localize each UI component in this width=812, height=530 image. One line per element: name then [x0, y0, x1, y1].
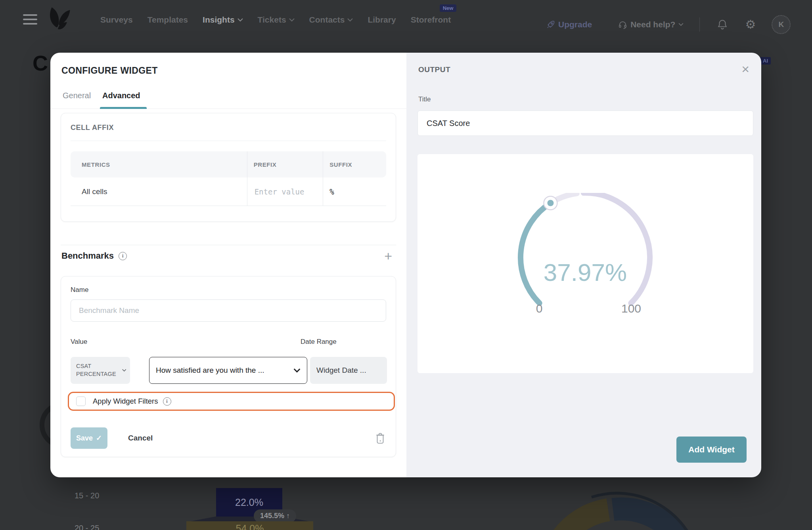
gauge-progress-arc: [521, 203, 551, 303]
gauge-buffer-arc: [557, 193, 577, 199]
widget-title-input[interactable]: [417, 111, 753, 136]
new-badge: New: [440, 4, 457, 12]
prefix-input[interactable]: [254, 187, 316, 196]
divider: [61, 245, 396, 245]
value-daterange-labels: Value Date Range: [71, 338, 387, 346]
gauge-value: 37.97%: [544, 259, 627, 286]
benchmark-actions: Save ✓ Cancel: [71, 427, 387, 449]
background-donut-chart: [527, 490, 714, 530]
top-navigation: Surveys Templates Insights Tickets Conta…: [0, 0, 812, 36]
benchmarks-title: Benchmarks: [61, 251, 114, 261]
nav-item-templates[interactable]: Templates: [147, 15, 188, 25]
chevron-down-icon: [122, 369, 126, 372]
headset-icon: [618, 20, 627, 29]
table-header-row: METRICS PREFIX SUFFIX: [71, 151, 386, 177]
output-heading: OUTPUT: [418, 65, 450, 74]
apply-widget-filters-row[interactable]: Apply Widget Filters i: [68, 392, 395, 411]
chevron-down-icon: [293, 368, 301, 373]
nav-item-surveys[interactable]: Surveys: [100, 15, 133, 25]
table-row: All cells %: [71, 177, 386, 206]
benchmark-card: Name Value Date Range CSAT PERCENTAGE Ho…: [61, 276, 396, 457]
output-pane: OUTPUT × Title 37.97% 0 100: [406, 53, 761, 477]
gauge-chart: 37.97% 0 100: [498, 193, 672, 325]
upgrade-button[interactable]: Upgrade: [546, 20, 592, 29]
suffix-value[interactable]: %: [323, 187, 386, 196]
nav-item-tickets[interactable]: Tickets: [258, 15, 295, 25]
nav-items: Surveys Templates Insights Tickets Conta…: [100, 15, 451, 25]
title-label: Title: [418, 95, 431, 103]
delete-benchmark-trash-icon[interactable]: [375, 432, 385, 444]
save-button[interactable]: Save ✓: [71, 427, 107, 449]
need-help-button[interactable]: Need help?: [618, 20, 684, 29]
metric-dropdown[interactable]: CSAT PERCENTAGE: [71, 357, 130, 384]
gauge-max-label: 100: [621, 302, 641, 315]
hamburger-menu-icon[interactable]: [23, 14, 37, 25]
ai-badge: AI: [760, 57, 771, 65]
gauge-chart-card: 37.97% 0 100: [417, 154, 753, 373]
nav-item-library[interactable]: Library: [368, 15, 396, 25]
nav-item-storefront[interactable]: New Storefront: [411, 15, 451, 25]
tab-bar: General Advanced: [50, 90, 406, 109]
funnel-bar-2: 54.0%: [186, 521, 313, 530]
tab-advanced[interactable]: Advanced: [102, 91, 140, 100]
nav-right-cluster: Upgrade Need help? ⚙ K: [546, 15, 791, 34]
nav-item-contacts[interactable]: Contacts: [309, 15, 353, 25]
benchmark-value-row: CSAT PERCENTAGE How satisfied are you wi…: [71, 357, 387, 384]
add-widget-button[interactable]: Add Widget: [676, 437, 747, 463]
brand-logo-leaf-icon[interactable]: [45, 5, 71, 32]
add-benchmark-button[interactable]: +: [384, 249, 392, 263]
cancel-button[interactable]: Cancel: [128, 434, 153, 442]
divider: [71, 141, 386, 141]
metrics-cell: All cells: [71, 187, 247, 196]
avatar[interactable]: K: [772, 15, 791, 34]
benchmark-name-input[interactable]: [71, 299, 386, 322]
check-icon: ✓: [96, 434, 102, 442]
date-range-dropdown[interactable]: Widget Date ...: [310, 357, 387, 384]
name-label: Name: [71, 286, 386, 294]
gauge-min-label: 0: [536, 302, 543, 315]
nav-divider: [699, 17, 700, 32]
nav-item-insights[interactable]: Insights: [203, 15, 243, 25]
question-dropdown[interactable]: How satisfied are you with the ...: [149, 357, 307, 384]
chevron-down-icon: [678, 23, 684, 26]
cell-affix-table: METRICS PREFIX SUFFIX All cells %: [71, 151, 386, 206]
benchmarks-header: Benchmarks i: [61, 251, 127, 261]
rocket-icon: [546, 20, 555, 29]
column-header-suffix: SUFFIX: [323, 161, 386, 168]
chevron-down-icon: [347, 18, 353, 22]
column-header-metrics: METRICS: [71, 161, 247, 168]
funnel-row2-label: 20 - 25: [75, 524, 99, 530]
active-tab-underline: [100, 107, 147, 109]
notifications-bell-icon[interactable]: [717, 19, 728, 30]
funnel-delta-badge: 145.5% ↑: [254, 509, 296, 522]
funnel-row1-label: 15 - 20: [75, 491, 99, 500]
gauge-svg: 37.97% 0 100: [498, 193, 672, 324]
gauge-handle-dot: [547, 200, 553, 206]
chevron-down-icon: [237, 18, 243, 22]
column-header-prefix: PREFIX: [247, 161, 323, 168]
cell-affix-title: CELL AFFIX: [71, 124, 386, 132]
apply-widget-filters-label: Apply Widget Filters: [93, 397, 158, 406]
info-icon[interactable]: i: [163, 397, 171, 406]
screen: Surveys Templates Insights Tickets Conta…: [0, 0, 812, 530]
info-icon[interactable]: i: [119, 252, 127, 260]
chevron-down-icon: [289, 18, 295, 22]
close-icon[interactable]: ×: [741, 61, 749, 77]
modal-title: CONFIGURE WIDGET: [61, 65, 158, 76]
cell-affix-card: CELL AFFIX METRICS PREFIX SUFFIX All cel…: [61, 113, 396, 222]
configure-widget-modal: CONFIGURE WIDGET General Advanced CELL A…: [50, 53, 761, 477]
background-heading-fragment: C: [33, 51, 48, 75]
date-range-label: Date Range: [301, 338, 337, 346]
value-label: Value: [71, 338, 301, 346]
settings-gear-icon[interactable]: ⚙: [745, 19, 756, 31]
gauge-track-arc: [584, 193, 650, 303]
configure-pane: CONFIGURE WIDGET General Advanced CELL A…: [50, 53, 406, 477]
tab-general[interactable]: General: [63, 91, 91, 100]
apply-widget-filters-checkbox[interactable]: [76, 397, 86, 406]
